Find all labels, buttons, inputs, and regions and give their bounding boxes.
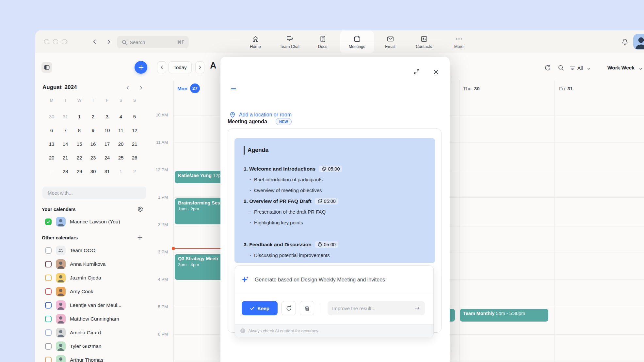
regenerate-button[interactable] (282, 301, 296, 315)
history-forward-button[interactable] (106, 39, 112, 45)
add-calendar-plus-icon[interactable] (137, 234, 143, 241)
add-location-link[interactable]: Add a location or room (229, 112, 292, 118)
mini-calendar-day[interactable]: 30 (46, 111, 57, 122)
next-period-button[interactable] (195, 61, 204, 73)
tab-contacts[interactable]: Contacts (407, 31, 441, 53)
search-events-icon[interactable] (557, 64, 565, 71)
mini-calendar-day[interactable]: 21 (129, 139, 140, 149)
mini-calendar-day[interactable]: 15 (73, 139, 85, 149)
mini-calendar-day[interactable]: 31 (59, 111, 71, 122)
mini-calendar-day[interactable]: 30 (87, 166, 99, 176)
prev-period-button[interactable] (157, 61, 166, 73)
calendar-list-item[interactable]: Anna Kurnikova (45, 257, 150, 271)
discard-button[interactable] (300, 301, 314, 315)
mini-calendar-day[interactable]: 24 (101, 152, 113, 163)
calendar-checkbox[interactable] (45, 247, 52, 254)
filter-icon[interactable] (570, 65, 577, 72)
calendar-checkbox[interactable] (45, 219, 52, 225)
calendar-checkbox[interactable] (45, 357, 52, 362)
calendar-checkbox[interactable] (45, 302, 52, 309)
mini-calendar-day[interactable]: 13 (46, 139, 57, 149)
mini-calendar-day[interactable]: 31 (101, 166, 113, 176)
mini-calendar-day[interactable]: 12 (129, 125, 140, 135)
mini-calendar-day[interactable]: 21 (59, 152, 71, 163)
calendar-checkbox[interactable] (45, 275, 52, 281)
mini-calendar-day[interactable]: 1 (73, 111, 85, 122)
mini-calendar-day[interactable]: 3 (101, 111, 113, 122)
mini-calendar-day[interactable]: 25 (115, 152, 127, 163)
expand-modal-icon[interactable] (413, 68, 420, 76)
window-control-zoom[interactable] (62, 39, 67, 44)
calendar-settings-gear-icon[interactable] (137, 206, 144, 213)
day-header-fri[interactable]: Fri31 (559, 83, 573, 93)
mini-calendar-day[interactable]: 29 (73, 166, 85, 176)
mini-calendar-day-selected[interactable]: 27 (46, 166, 57, 176)
view-mode-dropdown[interactable]: Work Week (607, 65, 635, 71)
notifications-bell-icon[interactable] (621, 38, 628, 45)
tab-team-chat[interactable]: Team Chat (273, 31, 307, 53)
tab-docs[interactable]: Docs (306, 31, 340, 53)
tab-email[interactable]: Email (373, 31, 407, 53)
mini-calendar-day[interactable]: 22 (73, 152, 85, 163)
calendar-list-item[interactable]: Arthur Thomas (45, 353, 150, 362)
agenda-editor[interactable]: Agenda 1. Welcome and Introductions05:00… (234, 138, 435, 263)
tab-more[interactable]: More (442, 31, 476, 53)
mini-calendar-prev-button[interactable] (125, 85, 131, 91)
mini-calendar-day[interactable]: 2 (129, 166, 140, 176)
refresh-calendar-icon[interactable] (544, 64, 551, 71)
mini-calendar-day[interactable]: 8 (73, 125, 85, 135)
mini-calendar-day[interactable]: 11 (115, 125, 127, 135)
window-control-close[interactable] (44, 39, 49, 44)
mini-calendar-day[interactable]: 7 (59, 125, 71, 135)
tab-meetings[interactable]: Meetings (340, 31, 374, 53)
calendar-checkbox[interactable] (45, 343, 52, 350)
history-back-button[interactable] (92, 39, 98, 45)
calendar-list-item[interactable]: Tyler Guzman (45, 339, 150, 353)
mini-calendar-day[interactable]: 10 (101, 125, 113, 135)
calendar-checkbox[interactable] (45, 316, 52, 322)
calendar-event[interactable]: Team Monthly 5pm - 5:30pm (460, 309, 548, 322)
calendar-checkbox[interactable] (45, 329, 52, 336)
mini-calendar-day[interactable]: 1 (115, 166, 127, 176)
today-button[interactable]: Today (169, 61, 192, 73)
user-avatar[interactable] (633, 34, 644, 50)
calendar-checkbox[interactable] (45, 288, 52, 295)
mini-calendar-day[interactable]: 23 (87, 152, 99, 163)
calendar-checkbox[interactable] (45, 261, 52, 267)
create-event-button[interactable] (135, 61, 147, 74)
calendar-list-item[interactable]: Matthew Cunningham (45, 312, 150, 326)
global-search-input[interactable]: Search ⌘F (117, 36, 189, 48)
filter-all-dropdown[interactable]: All (577, 65, 583, 71)
mini-calendar-day[interactable]: 14 (59, 139, 71, 149)
calendar-list-item[interactable]: Maurice Lawson (You) (45, 215, 150, 229)
mini-calendar-day[interactable]: 9 (87, 125, 99, 135)
mini-calendar-day[interactable]: 16 (87, 139, 99, 149)
calendar-list-item[interactable]: Amelia Girard (45, 326, 150, 339)
improve-result-input[interactable]: Improve the result... (328, 301, 425, 315)
mini-calendar-day[interactable]: 2 (87, 111, 99, 122)
calendar-list-item[interactable]: Jazmín Ojeda (45, 271, 150, 285)
duration-chip[interactable]: 05:00 (319, 166, 342, 172)
submit-arrow-icon[interactable] (414, 305, 420, 311)
keep-button[interactable]: Keep (242, 301, 278, 315)
calendar-list-item[interactable]: Leentje van der Meul... (45, 298, 150, 312)
mini-calendar-day[interactable]: 5 (129, 111, 140, 122)
calendar-list-item[interactable]: Amy Cook (45, 285, 150, 298)
mini-calendar-day[interactable]: 20 (46, 152, 57, 163)
mini-calendar-day[interactable]: 6 (46, 125, 57, 135)
duration-chip[interactable]: 05:00 (315, 241, 338, 248)
day-header-mon[interactable]: Mon27 (177, 83, 200, 93)
close-modal-icon[interactable] (433, 69, 439, 77)
sidebar-toggle-button[interactable] (41, 62, 52, 73)
mini-calendar-day[interactable]: 4 (115, 111, 127, 122)
mini-calendar-day[interactable]: 26 (129, 152, 140, 163)
mini-calendar-day[interactable]: 28 (59, 166, 71, 176)
tab-home[interactable]: Home (238, 31, 272, 53)
meet-with-input[interactable]: Meet with... (42, 187, 146, 199)
duration-chip[interactable]: 05:00 (315, 198, 338, 204)
mini-calendar-next-button[interactable] (139, 85, 144, 91)
window-control-minimize[interactable] (53, 39, 58, 44)
mini-calendar-day[interactable]: 20 (115, 139, 127, 149)
day-header-thu[interactable]: Thu30 (463, 83, 480, 93)
mini-calendar-day[interactable]: 17 (101, 139, 113, 149)
